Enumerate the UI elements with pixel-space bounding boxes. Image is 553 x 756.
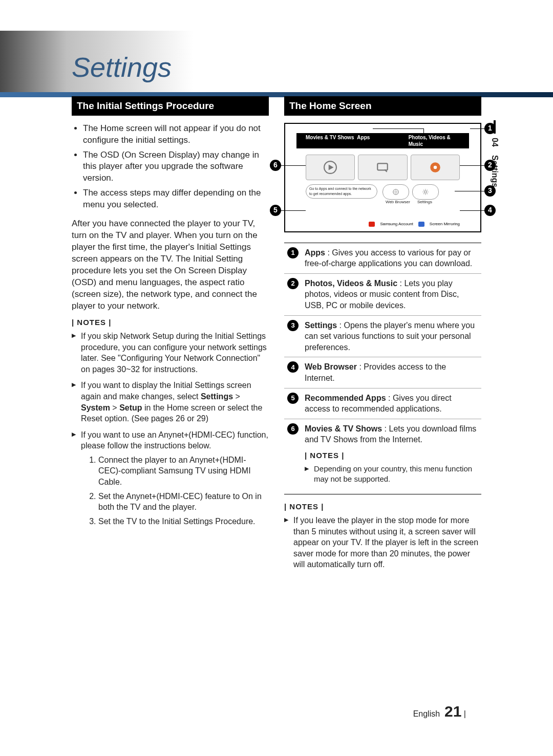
note-item: If you want to use an Anynet+(HDMI-CEC) …: [72, 429, 269, 527]
list-item: The OSD (On Screen Display) may change i…: [83, 149, 269, 185]
page-footer: English 21 |: [413, 703, 466, 720]
legend-text: Settings : Opens the player's menu where…: [305, 320, 478, 353]
chapter-number: 04: [490, 138, 499, 147]
tile-labels: Movies & TV Shows Apps Photos, Videos & …: [306, 135, 460, 149]
legend-row: 4 Web Browser : Provides access to the I…: [284, 357, 481, 388]
step-item: Set the Anynet+(HDMI-CEC) feature to On …: [98, 491, 269, 513]
notes-label: | NOTES |: [72, 317, 269, 328]
leader-line: [455, 191, 485, 191]
footer-note-list: If you leave the player in the stop mode…: [284, 515, 481, 570]
intro-bullets: The Home screen will not appear if you d…: [72, 123, 269, 211]
leader-line: [423, 128, 424, 135]
leader-line: [280, 165, 306, 166]
legend-body: Movies & TV Shows : Lets you download fi…: [305, 424, 476, 444]
settings-pill: [412, 184, 439, 200]
callout-badge: 6: [270, 160, 281, 171]
callout-badge: 3: [484, 185, 496, 197]
legend-text: Photos, Videos & Music : Lets you play p…: [305, 278, 478, 311]
legend-num: 1: [287, 247, 299, 258]
legend-row: 5 Recommended Apps : Gives you direct ac…: [284, 388, 481, 419]
media-tile: [411, 155, 460, 180]
recommended-box: Go to Apps and connect to the network to…: [306, 184, 377, 199]
legend-num: 2: [287, 278, 299, 289]
tile-label: Movies & TV Shows: [306, 134, 357, 148]
note-item: Depending on your country, this menu fun…: [305, 464, 478, 485]
legend-row: 6 Movies & TV Shows : Lets you download …: [284, 419, 481, 494]
web-browser-pill: [382, 184, 409, 200]
legend-text: Recommended Apps : Gives you direct acce…: [305, 393, 478, 415]
play-icon: [324, 161, 337, 174]
key-label: Samsung Account: [380, 222, 413, 227]
footer-lang: English: [413, 709, 440, 718]
note-item: If you leave the player in the stop mode…: [284, 515, 481, 570]
section-heading-initial: The Initial Settings Procedure: [72, 96, 269, 116]
key-b-icon: [418, 222, 424, 227]
legend-table: 1 Apps : Gives you access to various for…: [284, 243, 481, 494]
apps-icon: [376, 161, 389, 174]
callout-badge: 2: [484, 160, 496, 171]
leader-line: [373, 128, 424, 129]
svg-point-6: [424, 190, 427, 193]
callout-badge: 4: [484, 205, 496, 216]
leader-line: [460, 210, 485, 211]
svg-point-4: [434, 165, 437, 169]
list-item: The access steps may differ depending on…: [83, 187, 269, 211]
legend-row: 1 Apps : Gives you access to various for…: [284, 243, 481, 274]
svg-marker-1: [329, 164, 334, 170]
notes-list: If you skip Network Setup during the Ini…: [72, 331, 269, 527]
legend-text: Web Browser : Provides access to the Int…: [305, 361, 478, 383]
notes-label: | NOTES |: [305, 450, 478, 461]
manual-page: Settings 04 Settings The Initial Setting…: [0, 0, 553, 756]
leader-line: [280, 210, 306, 211]
note-item: If you skip Network Setup during the Ini…: [72, 331, 269, 375]
pill-label: Web Browser: [386, 200, 410, 205]
pill-label: Settings: [417, 200, 432, 205]
section-heading-home: The Home Screen: [284, 96, 481, 116]
legend-row: 3 Settings : Opens the player's menu whe…: [284, 316, 481, 358]
tile-label: Photos, Videos & Music: [409, 134, 460, 148]
home-screen-diagram: Movies & TV Shows Apps Photos, Videos & …: [284, 123, 481, 232]
recommended-text: Go to Apps and connect to the network to…: [309, 186, 374, 196]
leader-line: [460, 165, 485, 166]
page-title: Settings: [72, 31, 481, 86]
legend-text: Movies & TV Shows : Lets you download fi…: [305, 423, 478, 490]
key-label: Screen Mirroring: [430, 222, 460, 227]
tile-label: Apps: [357, 134, 408, 148]
list-item: The Home screen will not appear if you d…: [83, 123, 269, 146]
play-tile: [306, 155, 355, 180]
step-item: Connect the player to an Anynet+(HDMI-CE…: [98, 455, 269, 488]
legend-num: 5: [287, 393, 299, 404]
gear-icon: [422, 188, 429, 196]
callout-badge: 1: [484, 123, 496, 134]
globe-icon: [392, 188, 399, 196]
callout-badge: 5: [270, 205, 281, 216]
legend-num: 4: [287, 361, 299, 373]
content-columns: The Initial Settings Procedure The Home …: [72, 96, 481, 575]
intro-paragraph: After you have connected the player to y…: [72, 218, 269, 312]
leader-line: [470, 128, 485, 129]
disc-icon: [429, 161, 442, 174]
diagram-footer: Samsung Account Screen Mirroring: [369, 222, 460, 227]
sub-steps: Connect the player to an Anynet+(HDMI-CE…: [81, 455, 269, 527]
legend-num: 3: [287, 320, 299, 331]
notes-label: | NOTES |: [284, 502, 481, 512]
right-column: The Home Screen Movies & TV Shows Apps P…: [284, 96, 481, 575]
key-a-icon: [369, 222, 375, 227]
legend-note-list: Depending on your country, this menu fun…: [305, 464, 478, 485]
legend-num: 6: [287, 423, 299, 435]
svg-rect-2: [378, 163, 388, 170]
step-item: Set the TV to the Initial Settings Proce…: [98, 516, 269, 527]
note-item: If you want to display the Initial Setti…: [72, 380, 269, 424]
legend-row: 2 Photos, Videos & Music : Lets you play…: [284, 274, 481, 316]
tile-row: [306, 155, 460, 180]
legend-text: Apps : Gives you access to various for p…: [305, 247, 478, 269]
footer-page: 21: [444, 703, 461, 720]
apps-tile: [358, 155, 407, 180]
left-column: The Initial Settings Procedure The Home …: [72, 96, 269, 575]
